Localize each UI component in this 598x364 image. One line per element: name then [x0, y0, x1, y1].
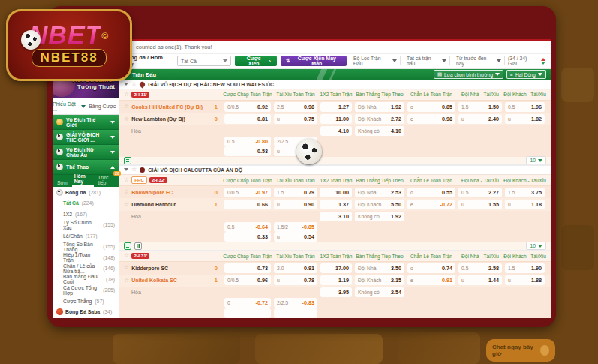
odds-1x2-draw[interactable]: 3.10 — [320, 212, 352, 221]
odds-1x2[interactable]: 17.00 — [320, 263, 352, 273]
time-range-dropdown[interactable]: Từ trước đến nay — [453, 56, 505, 65]
view-normal-dropdown[interactable]: ▤ Lựa chọn bình thường — [434, 70, 503, 79]
odds-over-under[interactable]: 2.00.91 — [274, 263, 317, 273]
match-filter-dropdown[interactable]: Bộ Lọc Trận Đấu — [350, 56, 401, 65]
sidebar-item-all[interactable]: Tất Cả(224) — [53, 198, 119, 209]
odds-next-goal-none[interactable]: Không có4.10 — [355, 126, 404, 136]
sidebar-item-1x2[interactable]: 1X2(167) — [53, 209, 119, 220]
odds-home-ou[interactable]: u1.55 — [458, 200, 502, 209]
odds-odd-even[interactable]: o0.85 — [407, 102, 455, 112]
odds-1x2[interactable]: 11.00 — [320, 114, 352, 124]
odds-over-under[interactable]: u0.90 — [274, 200, 317, 209]
odds-away-ou[interactable]: 1.51.90 — [505, 263, 545, 273]
odds-odd-even[interactable]: e0.98 — [407, 114, 455, 124]
odds-odd-even[interactable]: e-0.72 — [407, 200, 455, 209]
tab-live[interactable]: Trực tiếp 26 — [95, 173, 116, 187]
odds-away-ou[interactable]: 0.51.96 — [505, 102, 545, 112]
odds-odd-even[interactable]: e-0.91 — [407, 275, 455, 285]
odds-handicap[interactable]: 0/0.50.96 — [224, 275, 271, 285]
favorite-star-icon[interactable]: ☆ — [131, 167, 137, 173]
odds-handicap[interactable]: 0.66 — [224, 200, 271, 209]
pagesize-dropdown[interactable]: 10 — [526, 156, 546, 164]
tab-bet-board[interactable]: Bảng Cược — [86, 98, 119, 114]
odds-1x2[interactable]: 1.37 — [320, 200, 352, 209]
league-header[interactable]: ☆ GIẢI VÔ ĐỊCH DỰ BỊ BẮC NEW SOUTH WALES… — [119, 80, 551, 90]
odds-home-ou[interactable]: 0.52.27 — [458, 188, 502, 197]
pagesize-dropdown[interactable]: 10 — [526, 242, 546, 250]
odds-over-under[interactable]: 1.50.79 — [274, 188, 317, 197]
chat-widget[interactable]: Chat ngay bây giờ — [486, 339, 555, 362]
stats-icon[interactable] — [124, 242, 131, 250]
odds-home-ou[interactable]: 0.52.58 — [458, 263, 502, 273]
league-header[interactable]: ☆ GIẢI VÔ ĐỊCH CALCUTTA CỦA ẤN ĐỘ — [119, 166, 551, 176]
odds-1x2[interactable]: 1.19 — [320, 275, 352, 285]
accordion-womens-euro[interactable]: Vô Địch Nữ Châu Âu — [53, 145, 119, 160]
odds-handicap[interactable]: 0/0.50.92 — [224, 102, 271, 112]
sidebar-item-outright[interactable]: Cược Thẳng(57) — [53, 296, 119, 307]
sort-icon[interactable] — [539, 58, 547, 65]
favorite-star-icon[interactable]: ☆ — [131, 81, 137, 87]
odds-1x2[interactable]: 10.00 — [320, 188, 352, 197]
favorite-star-icon[interactable]: ☆ — [124, 253, 129, 259]
favorite-star-icon[interactable]: ☆ — [124, 265, 129, 271]
sidebar-item-mix-parlay[interactable]: Cá Cược Tổng Hợp(285) — [53, 285, 119, 296]
all-matches-dropdown[interactable]: Tất cả trận đấu — [404, 56, 450, 65]
lucky-parlay-button[interactable]: ⇅ Cược Xiên May Mắn — [281, 56, 347, 66]
odds-over-under[interactable]: u0.75 — [274, 114, 317, 124]
odds-handicap[interactable] — [224, 308, 271, 318]
sidebar-item-half-odd-even[interactable]: Chẵn / Lẻ của Nửa trậ...(146) — [53, 263, 119, 275]
odds-over-under[interactable]: 2.50.98 — [274, 102, 317, 112]
sidebar-item-correct-score[interactable]: Tỷ Số Chính Xác(155) — [53, 220, 119, 231]
odds-home-ou[interactable]: 1.51.50 — [458, 102, 502, 112]
odds-1x2-draw[interactable]: 4.10 — [320, 126, 352, 136]
stats-icon[interactable] — [124, 157, 131, 164]
odds-home-ou[interactable]: u1.44 — [458, 275, 502, 285]
odds-home-ou[interactable]: u2.40 — [458, 114, 502, 124]
odds-handicap[interactable]: 0.33 — [224, 232, 271, 242]
view-rows-dropdown[interactable]: ≡ Hai Dòng — [506, 70, 546, 79]
odds-handicap[interactable]: 0.5-0.64 — [224, 222, 271, 232]
odds-handicap[interactable]: 0.53 — [224, 146, 271, 156]
odds-1x2[interactable]: 1.27 — [320, 102, 352, 112]
odds-away-ou[interactable]: u1.82 — [505, 114, 545, 124]
odds-next-goal[interactable]: Đội Nhà3.50 — [355, 263, 404, 273]
accordion-world-cup[interactable]: Vô Địch Thế Giới — [53, 115, 119, 130]
odds-away-ou[interactable]: u1.18 — [505, 200, 545, 209]
odds-1x2-draw[interactable]: 3.95 — [320, 287, 352, 297]
accordion-world-championship[interactable]: GIẢI VÔ ĐỊCH THẾ GIỚI ... — [53, 130, 119, 145]
odds-next-goal[interactable]: Đội Nhà2.53 — [355, 188, 404, 197]
odds-away-ou[interactable]: 1.53.75 — [505, 188, 545, 197]
odds-handicap[interactable]: 0/0.5-0.97 — [224, 188, 271, 197]
odds-next-goal[interactable]: Đội Nhà1.92 — [355, 102, 404, 112]
favorite-star-icon[interactable]: ☆ — [124, 177, 129, 183]
favorite-star-icon[interactable]: ☆ — [124, 104, 129, 110]
odds-handicap[interactable]: 0.5-0.80 — [224, 137, 271, 146]
tab-early[interactable]: Sớm — [55, 179, 71, 187]
odds-away-ou[interactable]: u1.88 — [505, 275, 545, 285]
sport-select[interactable]: Tất Cả — [177, 56, 231, 66]
sidebar-item-ht-ft[interactable]: Hiệp 1/Toàn Trận(148) — [53, 252, 119, 263]
sidebar-item-football[interactable]: Bóng đá(281) — [53, 187, 119, 198]
odds-next-goal[interactable]: Đội Khách2.15 — [355, 275, 404, 285]
odds-over-under[interactable]: 2/2.5-0.83 — [274, 298, 317, 308]
parlay-button[interactable]: Cược Xiên› — [235, 56, 277, 66]
favorite-star-icon[interactable]: ☆ — [124, 278, 129, 284]
tab-bet-slip[interactable]: Phiếu Đặt ... — [53, 98, 86, 114]
odds-over-under[interactable]: u0.54 — [274, 232, 317, 242]
tab-today[interactable]: Hôm Nay — [72, 172, 95, 187]
odds-over-under[interactable] — [274, 308, 317, 318]
odds-handicap[interactable]: 0.81 — [224, 114, 271, 124]
odds-odd-even[interactable]: o0.55 — [407, 188, 455, 197]
sidebar-item-odd-even[interactable]: Lẻ/Chẵn(177) — [53, 230, 119, 242]
odds-over-under[interactable]: 1.5/2-0.85 — [274, 222, 317, 232]
odds-handicap[interactable]: 0.73 — [224, 263, 271, 273]
odds-handicap[interactable]: 0-0.72 — [224, 298, 271, 308]
search-input[interactable]: counted as one(1). Thank you! — [136, 44, 212, 50]
odds-next-goal-none[interactable]: Không có1.92 — [355, 212, 404, 221]
odds-next-goal[interactable]: Đội Khách5.50 — [355, 200, 404, 209]
sidebar-item-first-last-goal[interactable]: Bàn thắng Đầu/ Cuối(78) — [53, 274, 119, 285]
odds-next-goal[interactable]: Đội Khách2.72 — [355, 114, 404, 124]
odds-over-under[interactable]: u0.78 — [274, 275, 317, 285]
sidebar-item-total-goals[interactable]: Tổng Số Bàn Thắng(155) — [53, 242, 119, 253]
favorite-star-icon[interactable]: ☆ — [124, 92, 129, 98]
